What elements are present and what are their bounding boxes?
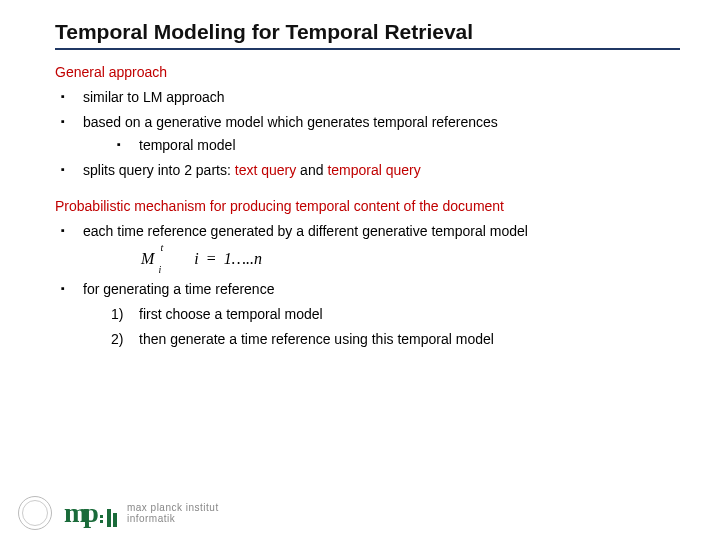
math-range-vals: 1…..n <box>224 250 262 267</box>
bullet-text: based on a generative model which genera… <box>83 114 498 130</box>
bullet-item: each time reference generated by a diffe… <box>55 222 680 270</box>
math-expression: M t i i = 1…..n <box>141 248 680 270</box>
math-model-symbol: M t i <box>141 248 154 270</box>
math-equals: = <box>203 250 220 267</box>
numbered-text: then generate a time reference using thi… <box>139 331 494 347</box>
mpi-text: max planck institut informatik <box>127 502 219 524</box>
footer: mp max planck institut informatik <box>18 496 219 530</box>
number-mark: 2) <box>111 330 135 349</box>
math-M: M <box>141 250 154 267</box>
mpi-line2: informatik <box>127 513 219 524</box>
bullet-text: each time reference generated by a diffe… <box>83 223 528 239</box>
slide: Temporal Modeling for Temporal Retrieval… <box>0 0 720 540</box>
numbered-text: first choose a temporal model <box>139 306 323 322</box>
bullet-text-part: and <box>296 162 327 178</box>
bullet-item: similar to LM approach <box>55 88 680 107</box>
math-range: i = 1…..n <box>194 248 262 270</box>
bullet-text-highlight: temporal query <box>327 162 420 178</box>
seal-icon <box>18 496 52 530</box>
bullet-item: for generating a time reference 1) first… <box>55 280 680 349</box>
title-rule <box>55 48 680 50</box>
numbered-list: 1) first choose a temporal model 2) then… <box>111 305 680 349</box>
sub-bullet-item: temporal model <box>111 136 680 155</box>
math-superscript: t <box>161 241 164 255</box>
numbered-item: 1) first choose a temporal model <box>111 305 680 324</box>
mpi-line1: max planck institut <box>127 502 219 513</box>
bullet-item: based on a generative model which genera… <box>55 113 680 155</box>
bullet-list-2: each time reference generated by a diffe… <box>55 222 680 349</box>
sub-bullet-list: temporal model <box>111 136 680 155</box>
slide-title: Temporal Modeling for Temporal Retrieval <box>55 20 680 44</box>
bullet-text: for generating a time reference <box>83 281 274 297</box>
number-mark: 1) <box>111 305 135 324</box>
math-i: i <box>194 250 198 267</box>
mpi-branding: mp max planck institut informatik <box>64 499 219 527</box>
bullet-item: splits query into 2 parts: text query an… <box>55 161 680 180</box>
bullet-text-part: splits query into 2 parts: <box>83 162 235 178</box>
section-heading-general: General approach <box>55 64 680 80</box>
math-subscript: i <box>159 263 162 277</box>
numbered-item: 2) then generate a time reference using … <box>111 330 680 349</box>
mpi-logo-icon: mp <box>64 499 117 527</box>
section-heading-probabilistic: Probabilistic mechanism for producing te… <box>55 198 680 214</box>
bullet-text-highlight: text query <box>235 162 296 178</box>
bullet-list-1: similar to LM approach based on a genera… <box>55 88 680 180</box>
